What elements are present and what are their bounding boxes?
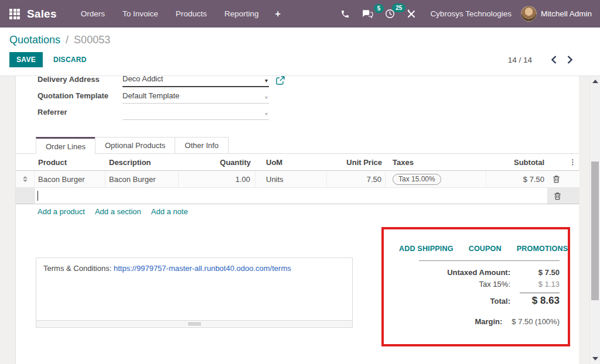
totals-buttons-row: ADD SHIPPING COUPON PROMOTIONS (392, 245, 560, 253)
vertical-scrollbar[interactable] (589, 76, 600, 364)
referrer-input[interactable]: ▾ (122, 108, 269, 120)
nav-item-reporting[interactable]: Reporting (216, 0, 268, 28)
untaxed-amount-label: Untaxed Amount: (447, 268, 510, 277)
drag-handle-icon[interactable] (22, 176, 28, 182)
add-a-note-link[interactable]: Add a note (151, 207, 188, 216)
tax-label: Tax 15%: (479, 280, 510, 289)
terms-textarea[interactable]: Terms & Conditions: https://9979757-mast… (36, 257, 353, 321)
scroll-up-arrow-icon[interactable] (592, 80, 598, 83)
table-row[interactable]: Bacon Burger Bacon Burger 1.00 Units 7.5… (16, 171, 579, 188)
cell-actions (547, 171, 566, 187)
delivery-address-label: Delivery Address (38, 76, 122, 87)
pager-previous-icon[interactable] (546, 56, 562, 64)
promotions-button[interactable]: PROMOTIONS (517, 245, 568, 253)
control-panel: Quotations / S00053 SAVE DISCARD 14 / 14 (0, 28, 600, 76)
delete-row-icon[interactable] (551, 174, 561, 184)
row-handle-cell (16, 171, 35, 187)
column-header-product[interactable]: Product (35, 158, 105, 167)
column-header-unit-price[interactable]: Unit Price (327, 158, 386, 167)
column-header-subtotal[interactable]: Subtotal (486, 158, 547, 167)
untaxed-amount-value: $ 7.50 (520, 268, 560, 277)
nav-item-products[interactable]: Products (167, 0, 216, 28)
field-row-referrer: Referrer ▾ (38, 104, 285, 120)
breadcrumb: Quotations / S00053 (9, 34, 591, 46)
referrer-label: Referrer (38, 108, 122, 120)
terms-url-link[interactable]: https://9979757-master-all.runbot40.odoo… (114, 264, 291, 273)
delivery-address-value: Deco Addict (122, 76, 265, 84)
add-a-product-link[interactable]: Add a product (38, 207, 85, 216)
tools-icon[interactable] (401, 9, 422, 19)
total-value: $ 8.63 (520, 293, 560, 307)
column-header-taxes[interactable]: Taxes (386, 158, 486, 167)
totals-panel-highlight: ADD SHIPPING COUPON PROMOTIONS Untaxed A… (381, 227, 570, 346)
order-lines-table: Product Description Quantity UoM Unit Pr… (16, 154, 579, 204)
phone-icon[interactable] (335, 9, 356, 19)
breadcrumb-separator: / (66, 34, 69, 46)
optional-columns-icon[interactable]: ⋮ (566, 158, 579, 166)
total-row: Total: $ 8.63 (392, 290, 560, 308)
form-view-scroll-area: Delivery Address Deco Addict ▾ Quotation… (0, 76, 600, 364)
column-header-uom[interactable]: UoM (255, 158, 327, 167)
cell-taxes[interactable]: Tax 15.00% (386, 171, 486, 187)
column-header-description[interactable]: Description (105, 158, 179, 167)
internal-link-icon[interactable] (276, 76, 285, 87)
field-row-quotation-template: Quotation Template Default Template ▾ (38, 87, 285, 104)
messages-icon[interactable]: 5 (356, 9, 379, 19)
totals-separator (419, 260, 560, 261)
resize-grip-icon (188, 322, 201, 325)
terms-resize-handle[interactable] (36, 321, 353, 328)
plus-menu-icon[interactable]: + (268, 9, 288, 19)
add-a-section-link[interactable]: Add a section (95, 207, 141, 216)
cell-product[interactable]: Bacon Burger (35, 171, 105, 187)
app-name[interactable]: Sales (27, 8, 57, 20)
edit-row-actions-cell (547, 188, 579, 204)
delete-row-icon[interactable] (553, 191, 562, 201)
tab-optional-products[interactable]: Optional Products (95, 137, 175, 154)
breadcrumb-quotations-link[interactable]: Quotations (9, 34, 60, 46)
scrollbar-thumb[interactable] (591, 162, 599, 300)
chevron-down-icon[interactable]: ▾ (265, 77, 269, 84)
cell-description[interactable]: Bacon Burger (105, 171, 179, 187)
company-switcher[interactable]: Cybrosys Technologies (430, 9, 512, 18)
cell-unit-price[interactable]: 7.50 (327, 171, 386, 187)
tax-badge[interactable]: Tax 15.00% (393, 174, 441, 185)
pager: 14 / 14 (508, 56, 591, 64)
discard-button[interactable]: DISCARD (53, 56, 87, 64)
save-button[interactable]: SAVE (9, 52, 43, 67)
apps-menu-icon[interactable] (9, 9, 20, 19)
user-avatar[interactable] (521, 6, 537, 22)
add-shipping-button[interactable]: ADD SHIPPING (399, 245, 454, 253)
user-menu[interactable]: Mitchell Admin (541, 9, 592, 18)
coupon-button[interactable]: COUPON (469, 245, 502, 253)
new-product-input[interactable] (35, 188, 547, 204)
tab-order-lines[interactable]: Order Lines (36, 137, 96, 154)
column-header-quantity[interactable]: Quantity (179, 158, 255, 167)
quotation-template-input[interactable]: Default Template ▾ (122, 91, 269, 104)
total-label: Total: (490, 297, 510, 305)
cell-subtotal: $ 7.50 (486, 171, 547, 187)
table-header-row: Product Description Quantity UoM Unit Pr… (16, 154, 579, 171)
pager-next-icon[interactable] (562, 56, 578, 64)
cell-uom[interactable]: Units (255, 171, 327, 187)
delivery-address-input[interactable]: Deco Addict ▾ (122, 76, 269, 87)
tab-other-info[interactable]: Other Info (175, 137, 229, 154)
margin-row: Margin: $ 7.50 (100%) (392, 315, 560, 327)
cell-quantity[interactable]: 1.00 (179, 171, 255, 187)
table-footer-links: Add a product Add a section Add a note (38, 207, 188, 216)
margin-label: Margin: (475, 317, 502, 326)
nav-item-orders[interactable]: Orders (72, 0, 114, 28)
breadcrumb-current: S00053 (74, 34, 110, 46)
chevron-down-icon[interactable]: ▾ (265, 111, 269, 117)
untaxed-amount-row: Untaxed Amount: $ 7.50 (392, 266, 560, 278)
scroll-down-arrow-icon[interactable] (592, 357, 598, 360)
top-nav-bar: Sales Orders To Invoice Products Reporti… (0, 0, 600, 28)
chevron-down-icon[interactable]: ▾ (265, 94, 269, 101)
pager-counter: 14 / 14 (508, 56, 532, 64)
tax-value: $ 1.13 (520, 280, 560, 289)
notebook-tabs: Order Lines Optional Products Other Info (16, 136, 579, 154)
new-line-edit-row (16, 188, 579, 204)
quotation-template-value: Default Template (122, 91, 265, 101)
activities-clock-icon[interactable]: 25 (379, 9, 401, 19)
nav-item-to-invoice[interactable]: To Invoice (114, 0, 167, 28)
fields-group: Delivery Address Deco Addict ▾ Quotation… (38, 76, 285, 120)
